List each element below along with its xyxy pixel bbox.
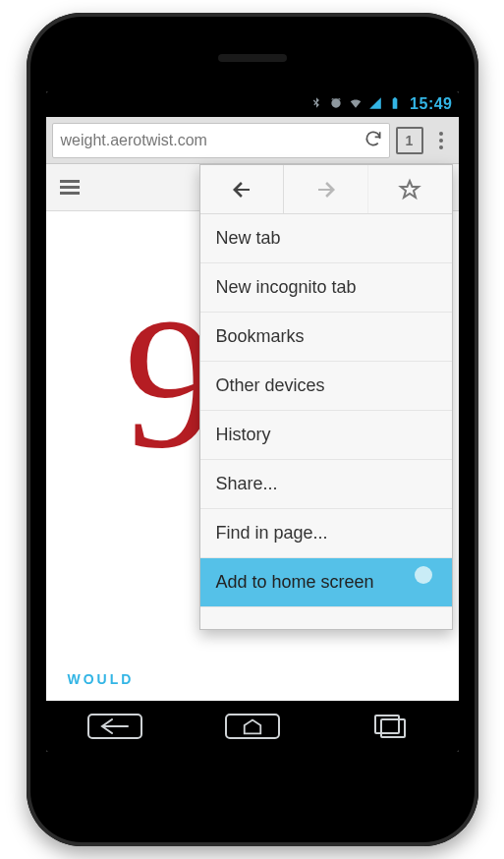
menu-item-label: Other devices: [216, 375, 325, 396]
touch-indicator: [415, 566, 432, 584]
menu-item-bookmarks[interactable]: Bookmarks: [200, 313, 452, 362]
menu-item-label: New incognito tab: [216, 277, 357, 298]
wifi-icon: [349, 96, 363, 113]
teaser-text: WOULD: [68, 671, 135, 687]
signal-icon: [368, 96, 382, 113]
screen: 15:49 weight.aerotwist.com 1 9 WOULD: [46, 91, 459, 752]
menu-item-new-incognito-tab[interactable]: New incognito tab: [200, 263, 452, 313]
url-input[interactable]: weight.aerotwist.com: [52, 123, 390, 158]
tab-count: 1: [406, 133, 414, 148]
menu-item-history[interactable]: History: [200, 411, 452, 460]
menu-item-label: Bookmarks: [216, 326, 305, 347]
menu-item-share[interactable]: Share...: [200, 460, 452, 509]
tabs-button[interactable]: 1: [396, 127, 423, 154]
chrome-url-bar: weight.aerotwist.com 1: [46, 117, 459, 164]
android-nav-bar: [46, 701, 459, 752]
nav-home-button[interactable]: [225, 714, 280, 739]
earpiece: [218, 54, 287, 62]
bluetooth-icon: [309, 96, 323, 113]
menu-item-label: Share...: [216, 474, 278, 494]
menu-item-label: New tab: [216, 228, 281, 249]
menu-item-other-devices[interactable]: Other devices: [200, 362, 452, 411]
menu-item-label: Find in page...: [216, 523, 328, 544]
menu-item-add-to-home-screen[interactable]: Add to home screen: [200, 558, 452, 607]
reload-icon[interactable]: [364, 129, 383, 152]
nav-back-button[interactable]: [87, 714, 142, 739]
android-status-bar: 15:49: [46, 91, 459, 117]
menu-star-button[interactable]: [368, 165, 452, 213]
menu-item-request-desktop-site[interactable]: Request desktop site: [200, 607, 452, 629]
phone-frame: 15:49 weight.aerotwist.com 1 9 WOULD: [27, 13, 478, 846]
overflow-menu: New tabNew incognito tabBookmarksOther d…: [199, 164, 453, 630]
menu-back-button[interactable]: [200, 165, 285, 213]
alarm-icon: [329, 96, 343, 113]
clock-time: 15:49: [408, 95, 452, 113]
battery-icon: [388, 96, 402, 113]
nav-recent-button[interactable]: [363, 714, 418, 739]
menu-item-find-in-page[interactable]: Find in page...: [200, 509, 452, 558]
menu-item-label: History: [216, 425, 271, 445]
menu-forward-button: [284, 165, 368, 213]
overflow-menu-icon[interactable]: [429, 132, 453, 149]
menu-item-new-tab[interactable]: New tab: [200, 214, 452, 263]
menu-item-label: Add to home screen: [216, 572, 374, 593]
hamburger-icon[interactable]: [60, 180, 80, 195]
url-text: weight.aerotwist.com: [61, 132, 207, 149]
